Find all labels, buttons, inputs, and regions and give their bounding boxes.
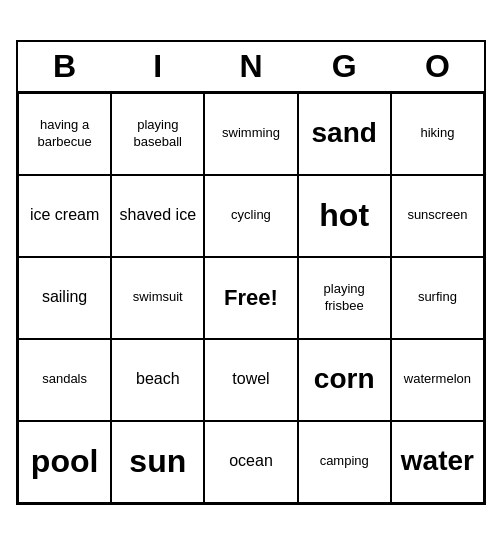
bingo-cell-2: swimming [204, 93, 297, 175]
bingo-cell-10: sailing [18, 257, 111, 339]
bingo-cell-22: ocean [204, 421, 297, 503]
bingo-card: BINGO having a barbecueplaying baseballs… [16, 40, 486, 505]
bingo-cell-7: cycling [204, 175, 297, 257]
bingo-cell-15: sandals [18, 339, 111, 421]
bingo-cell-5: ice cream [18, 175, 111, 257]
bingo-cell-6: shaved ice [111, 175, 204, 257]
bingo-cell-12: Free! [204, 257, 297, 339]
bingo-letter-o: O [391, 42, 484, 91]
bingo-cell-9: sunscreen [391, 175, 484, 257]
bingo-cell-13: playing frisbee [298, 257, 391, 339]
bingo-cell-21: sun [111, 421, 204, 503]
bingo-cell-20: pool [18, 421, 111, 503]
bingo-cell-17: towel [204, 339, 297, 421]
bingo-cell-19: watermelon [391, 339, 484, 421]
bingo-letter-b: B [18, 42, 111, 91]
bingo-cell-4: hiking [391, 93, 484, 175]
bingo-letter-i: I [111, 42, 204, 91]
bingo-cell-11: swimsuit [111, 257, 204, 339]
bingo-cell-16: beach [111, 339, 204, 421]
bingo-cell-24: water [391, 421, 484, 503]
bingo-header: BINGO [18, 42, 484, 93]
bingo-letter-g: G [298, 42, 391, 91]
bingo-grid: having a barbecueplaying baseballswimmin… [18, 93, 484, 503]
bingo-cell-14: surfing [391, 257, 484, 339]
bingo-cell-3: sand [298, 93, 391, 175]
bingo-cell-8: hot [298, 175, 391, 257]
bingo-cell-1: playing baseball [111, 93, 204, 175]
bingo-cell-23: camping [298, 421, 391, 503]
bingo-cell-0: having a barbecue [18, 93, 111, 175]
bingo-cell-18: corn [298, 339, 391, 421]
bingo-letter-n: N [204, 42, 297, 91]
